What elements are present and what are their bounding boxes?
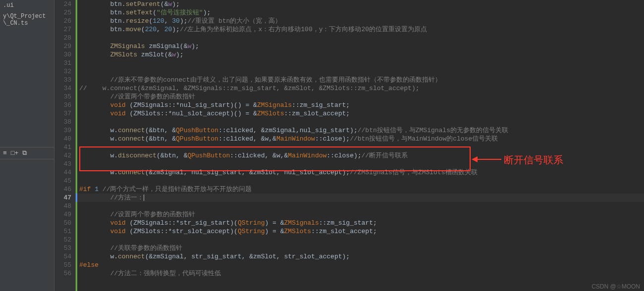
code-line[interactable]: btn.setText("信号连接按钮"); (79, 8, 644, 17)
code-line[interactable]: w.connect(&btn, &QPushButton::clicked, &… (79, 135, 644, 143)
line-number[interactable]: 38 (54, 118, 71, 126)
code-line[interactable]: btn.move(220, 20);//左上角为坐标初始原点，x：右方向移动10… (79, 25, 644, 34)
line-number[interactable]: 27 (54, 25, 71, 34)
watermark-label: CSDN @☆MOON (591, 283, 640, 290)
code-line[interactable] (79, 143, 644, 151)
code-line[interactable] (79, 118, 644, 126)
code-line[interactable]: void (ZMSlots::*str_slot_accept)(QString… (79, 227, 644, 236)
split-icon[interactable]: ⧉ (22, 149, 27, 157)
file-item[interactable]: .ui (3, 2, 51, 9)
project-sidebar: .ui y\Qt_Project\_CN.ts ≡ □+ ⧉ (0, 0, 54, 291)
code-line[interactable] (79, 67, 644, 76)
code-line[interactable]: //关联带参数的函数指针 (79, 244, 644, 252)
annotation-arrow-icon (472, 154, 501, 164)
code-line[interactable] (79, 236, 644, 244)
code-line[interactable]: w.connect(&zmSignal, nul_sig_start, &zmS… (79, 168, 644, 177)
line-number[interactable]: 44 (54, 168, 71, 177)
line-number[interactable]: 30 (54, 50, 71, 59)
line-number[interactable]: 31 (54, 59, 71, 67)
line-number[interactable]: 25 (54, 8, 71, 17)
line-number[interactable]: 43 (54, 160, 71, 168)
code-line[interactable]: #else (79, 261, 644, 269)
line-number[interactable]: 39 (54, 126, 71, 135)
code-line[interactable]: btn.resize(120, 30);//重设置 btn的大小（宽，高） (79, 17, 644, 25)
line-number[interactable]: 33 (54, 76, 71, 84)
text-caret (144, 194, 144, 201)
line-number[interactable]: 36 (54, 101, 71, 109)
code-line[interactable]: //方法二：强制转换型，代码可读性低 (79, 269, 644, 278)
file-item[interactable]: y\Qt_Project\_CN.ts (3, 13, 51, 27)
line-number[interactable]: 52 (54, 236, 71, 244)
code-line[interactable]: ZMSignals zmSignal(&w); (79, 42, 644, 50)
line-number[interactable]: 28 (54, 34, 71, 42)
code-line[interactable] (79, 59, 644, 67)
line-number[interactable]: 34 (54, 84, 71, 93)
line-number[interactable]: 24 (54, 0, 71, 8)
line-number[interactable]: 49 (54, 210, 71, 219)
code-line[interactable]: #if 1 //两个方式一样，只是指针函数开放与不开放的问题 (79, 185, 644, 194)
line-gutter[interactable]: 2425262728293031323334353637383940414243… (54, 0, 76, 291)
line-number[interactable]: 54 (54, 252, 71, 261)
line-number[interactable]: 48 (54, 202, 71, 210)
code-line[interactable] (79, 177, 644, 185)
code-line[interactable]: w.connect(&zmSignal, str_sig_start, &zmS… (79, 252, 644, 261)
code-line[interactable]: //设置两个带参数的函数指针 (79, 93, 644, 101)
line-number[interactable]: 41 (54, 143, 71, 151)
line-number[interactable]: 26 (54, 17, 71, 25)
code-line[interactable]: // w.connect(&zmSignal, &ZMSignals::zm_s… (79, 84, 644, 93)
ide-root: .ui y\Qt_Project\_CN.ts ≡ □+ ⧉ 242526272… (0, 0, 644, 291)
code-line[interactable]: //设置两个带参数的函数指针 (79, 210, 644, 219)
line-number[interactable]: 50 (54, 219, 71, 227)
code-line[interactable]: void (ZMSlots::*nul_slot_accept)() = &ZM… (79, 109, 644, 118)
line-number[interactable]: 35 (54, 93, 71, 101)
code-line[interactable]: ZMSlots zmSlot(&w); (79, 50, 644, 59)
code-line[interactable]: w.connect(&btn, &QPushButton::clicked, &… (79, 126, 644, 135)
file-tree[interactable]: .ui y\Qt_Project\_CN.ts (0, 0, 54, 147)
line-number[interactable]: 53 (54, 244, 71, 252)
line-number[interactable]: 32 (54, 67, 71, 76)
line-number[interactable]: 56 (54, 269, 71, 278)
code-area[interactable]: btn.setParent(&w); btn.setText("信号连接按钮")… (77, 0, 644, 291)
line-number[interactable]: 51 (54, 227, 71, 236)
filter-icon[interactable]: ≡ (3, 149, 7, 157)
code-editor[interactable]: 2425262728293031323334353637383940414243… (54, 0, 644, 291)
line-number[interactable]: 47 (54, 194, 71, 202)
line-number[interactable]: 55 (54, 261, 71, 269)
line-number[interactable]: 29 (54, 42, 71, 50)
line-number[interactable]: 45 (54, 177, 71, 185)
line-number[interactable]: 37 (54, 109, 71, 118)
code-line[interactable]: void (ZMSignals::*nul_sig_start)() = &ZM… (79, 101, 644, 109)
svg-marker-1 (472, 156, 478, 162)
expand-icon[interactable]: □+ (11, 149, 19, 157)
vertical-scrollbar[interactable] (638, 0, 644, 291)
line-number[interactable]: 42 (54, 151, 71, 160)
sidebar-toolbar: ≡ □+ ⧉ (0, 147, 54, 159)
code-line[interactable] (79, 202, 644, 210)
line-number[interactable]: 40 (54, 135, 71, 143)
code-line[interactable] (79, 34, 644, 42)
code-line[interactable]: //原来不带参数的connect由于歧义，出了问题，如果要原来函数有效，也需要用… (79, 76, 644, 84)
line-number[interactable]: 46 (54, 185, 71, 194)
code-line[interactable]: void (ZMSignals::*str_sig_start)(QString… (79, 219, 644, 227)
code-line[interactable]: btn.setParent(&w); (79, 0, 644, 8)
annotation-label: 断开信号联系 (504, 153, 563, 167)
